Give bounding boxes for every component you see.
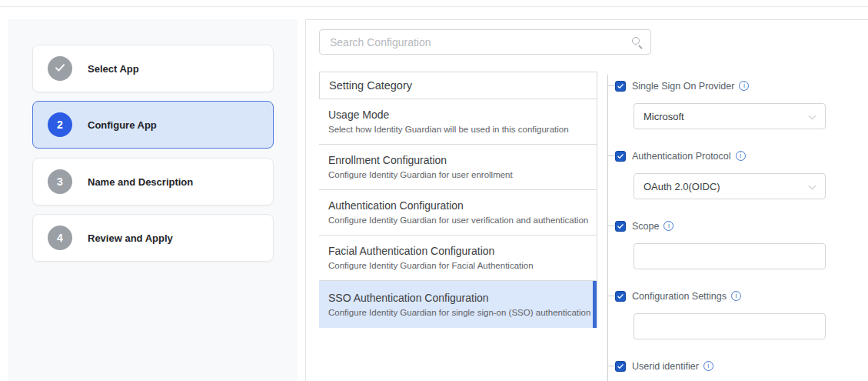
config-field-row: Authentication Protocol i [607, 150, 846, 162]
tree-branch-line [607, 155, 615, 156]
info-icon[interactable]: i [739, 81, 749, 91]
select-value: OAuth 2.0(OIDC) [644, 181, 720, 192]
step-card-completed[interactable]: Select App [32, 45, 274, 92]
check-icon [54, 62, 66, 74]
config-field-row: Scope i [607, 220, 846, 232]
category-description: Configure Identity Guardian for user ver… [328, 216, 587, 225]
field-select[interactable]: OAuth 2.0(OIDC) [634, 173, 826, 199]
panel-divider [305, 19, 306, 381]
field-label: Single Sign On Provider [632, 81, 734, 92]
settings-category-item[interactable]: Authentication Configuration Configure I… [319, 190, 597, 236]
selected-indicator-bar [593, 281, 597, 328]
info-icon[interactable]: i [736, 151, 746, 161]
config-field-row: Userid identifier i [607, 360, 846, 372]
step-number-badge: 4 [48, 226, 72, 250]
search-input[interactable] [320, 30, 650, 54]
check-icon [617, 292, 624, 300]
category-title: Enrollment Configuration [328, 154, 587, 166]
step-label: Configure App [88, 119, 157, 131]
info-icon[interactable]: i [731, 291, 741, 301]
step-number: 3 [57, 175, 63, 188]
tree-branch-line [607, 296, 615, 296]
settings-category-list: Setting Category Usage Mode Select how I… [319, 72, 597, 328]
step-number-badge [48, 56, 72, 81]
settings-category-item[interactable]: Enrollment Configuration Configure Ident… [319, 145, 597, 190]
category-description: Configure Identity Guardian for single s… [328, 308, 587, 317]
settings-category-item[interactable]: Facial Authentication Configuration Conf… [319, 236, 597, 281]
step-label: Select App [88, 63, 139, 75]
check-icon [54, 62, 66, 76]
category-title: SSO Authentication Configuration [328, 292, 587, 304]
step-label: Name and Description [88, 176, 193, 188]
step-card-pending[interactable]: 3 Name and Description [32, 158, 274, 206]
config-field-row: Configuration Settings i [607, 290, 846, 302]
step-label: Review and Apply [88, 232, 173, 244]
configuration-wizard: Select App 2 Configure App 3 Name and De… [0, 0, 868, 381]
settings-category-item[interactable]: SSO Authentication Configuration Configu… [319, 281, 597, 328]
tree-branch-line [607, 366, 615, 366]
field-checkbox[interactable] [615, 291, 626, 302]
steps-panel: Select App 2 Configure App 3 Name and De… [8, 19, 298, 381]
search-box [319, 29, 651, 55]
info-icon[interactable]: i [663, 221, 673, 231]
tree-branch-line [607, 226, 615, 226]
category-title: Usage Mode [328, 109, 587, 121]
field-label: Scope [632, 221, 659, 232]
config-field-group: Single Sign On Provider i Microsoft [607, 80, 846, 135]
settings-list-header: Setting Category [319, 72, 597, 99]
step-number: 2 [57, 119, 63, 131]
field-input[interactable] [634, 243, 826, 269]
category-description: Configure Identity Guardian for Facial A… [328, 261, 587, 270]
field-checkbox[interactable] [615, 361, 626, 372]
content-top-border [305, 19, 868, 20]
tree-branch-line [607, 85, 615, 86]
field-checkbox[interactable] [615, 151, 626, 162]
step-number-badge: 3 [48, 169, 72, 194]
settings-list-items: Usage Mode Select how Identity Guardian … [319, 99, 597, 328]
config-field-group: Authentication Protocol i OAuth 2.0(OIDC… [607, 150, 846, 206]
category-description: Configure Identity Guardian for user enr… [328, 170, 587, 179]
settings-category-item[interactable]: Usage Mode Select how Identity Guardian … [319, 99, 597, 145]
check-icon [617, 363, 624, 370]
field-label: Configuration Settings [632, 291, 727, 302]
chevron-down-icon [809, 112, 816, 120]
chevron-down-icon [809, 182, 816, 190]
config-field-group: Userid identifier i [607, 360, 846, 381]
step-card-pending[interactable]: 4 Review and Apply [32, 214, 274, 262]
check-icon [617, 152, 624, 160]
field-label: Authentication Protocol [632, 151, 731, 162]
check-icon [617, 82, 624, 90]
check-icon [617, 222, 624, 230]
config-field-group: Configuration Settings i [607, 290, 846, 346]
step-number: 4 [57, 232, 63, 244]
select-value: Microsoft [644, 111, 684, 122]
category-title: Authentication Configuration [328, 199, 587, 212]
category-title: Facial Authentication Configuration [328, 245, 587, 257]
top-divider [0, 6, 868, 7]
step-number-badge: 2 [48, 112, 72, 137]
config-field-group: Scope i [607, 220, 846, 276]
search-icon [632, 37, 640, 45]
field-checkbox[interactable] [615, 81, 626, 92]
field-input[interactable] [634, 313, 826, 339]
field-checkbox[interactable] [615, 221, 626, 232]
config-field-row: Single Sign On Provider i [607, 80, 846, 92]
category-description: Select how Identity Guardian will be use… [328, 125, 587, 134]
field-label: Userid identifier [632, 361, 699, 372]
step-card-active[interactable]: 2 Configure App [32, 101, 274, 149]
info-icon[interactable]: i [703, 361, 713, 371]
field-select[interactable]: Microsoft [634, 103, 826, 129]
